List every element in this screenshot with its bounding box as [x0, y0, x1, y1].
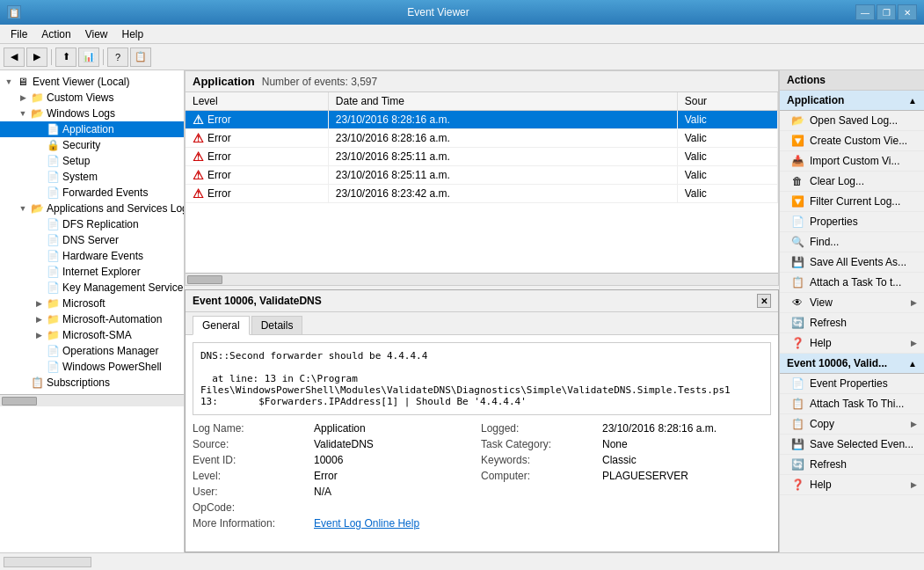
col-level[interactable]: Level — [186, 92, 328, 111]
detail-fields: Log Name: Application Logged: 23/10/2016… — [193, 422, 771, 530]
tree-hardware-events[interactable]: 📄 Hardware Events — [0, 248, 184, 264]
actions-section-event-collapse[interactable]: ▲ — [908, 359, 917, 369]
action-item[interactable]: 🔄Refresh — [780, 313, 924, 333]
action-item[interactable]: 👁View▶ — [780, 293, 924, 313]
tree-dfs[interactable]: 📄 DFS Replication — [0, 216, 184, 232]
action-item-icon: ❓ — [790, 478, 804, 492]
table-row[interactable]: ⚠Error23/10/2016 8:25:11 a.m.Valic — [186, 148, 778, 166]
tree-apps-services[interactable]: ▼ 📂 Applications and Services Logs — [0, 201, 184, 216]
action-item-label: Save Selected Even... — [810, 438, 917, 450]
tree-kms[interactable]: 📄 Key Management Service — [0, 280, 184, 296]
up-button[interactable]: ⬆ — [55, 48, 76, 67]
action-item-icon: 📄 — [790, 215, 804, 229]
action-item[interactable]: 💾Save All Events As... — [780, 252, 924, 273]
action-item[interactable]: 🔽Filter Current Log... — [780, 192, 924, 212]
tree-custom-views[interactable]: ▶ 📁 Custom Views — [0, 90, 184, 106]
table-row[interactable]: ⚠Error23/10/2016 8:23:42 a.m.Valic — [186, 185, 778, 203]
tree-dfs-label: DFS Replication — [62, 218, 139, 230]
system-icon: 📄 — [46, 170, 60, 184]
tree-ms-sma[interactable]: ▶ 📁 Microsoft-SMA — [0, 327, 184, 343]
tree-setup[interactable]: 📄 Setup — [0, 153, 184, 169]
actions-section-event[interactable]: Event 10006, Valid... ▲ — [780, 354, 924, 374]
tree-scrollbar-thumb[interactable] — [2, 397, 37, 406]
menu-help[interactable]: Help — [115, 26, 151, 42]
forward-button[interactable]: ▶ — [26, 48, 47, 67]
action-item-label: View — [810, 296, 906, 309]
action-item[interactable]: 🗑Clear Log... — [780, 172, 924, 192]
table-row[interactable]: ⚠Error23/10/2016 8:25:11 a.m.Valic — [186, 166, 778, 185]
action-item[interactable]: 📂Open Saved Log... — [780, 111, 924, 131]
more-info-link[interactable]: Event Log Online Help — [314, 517, 474, 530]
events-count: Number of events: 3,597 — [262, 76, 377, 88]
action-item[interactable]: 💾Save Selected Even... — [780, 435, 924, 455]
action-item-label: Refresh — [810, 317, 917, 329]
msft-expander: ▶ — [32, 296, 46, 311]
tree-system[interactable]: 📄 System — [0, 169, 184, 185]
tree-powershell[interactable]: 📄 Windows PowerShell — [0, 359, 184, 375]
action-item-icon: 🔄 — [790, 457, 804, 471]
tab-details[interactable]: Details — [251, 316, 303, 334]
menu-action[interactable]: Action — [34, 26, 77, 42]
close-button[interactable]: ✕ — [898, 4, 917, 20]
cell-source: Valic — [677, 185, 777, 203]
menu-view[interactable]: View — [78, 26, 115, 42]
col-source[interactable]: Sour — [677, 92, 777, 111]
tree-ms-automation-label: Microsoft-Automation — [62, 313, 162, 325]
tree-powershell-label: Windows PowerShell — [62, 361, 162, 373]
center-panel: Application Number of events: 3,597 Leve… — [185, 70, 779, 552]
tree-application[interactable]: 📄 Application — [0, 121, 184, 137]
tree-security[interactable]: 🔒 Security — [0, 137, 184, 153]
tree-root-item[interactable]: ▼ 🖥 Event Viewer (Local) — [0, 74, 184, 90]
action-item-icon: 📥 — [790, 154, 804, 168]
tree-subscriptions[interactable]: 📋 Subscriptions — [0, 375, 184, 391]
help-button[interactable]: ? — [107, 48, 128, 67]
tree-ms-automation[interactable]: ▶ 📁 Microsoft-Automation — [0, 311, 184, 327]
tree-scrollbar-h[interactable] — [0, 394, 184, 406]
action-item[interactable]: 📄Event Properties — [780, 374, 924, 394]
events-scrollbar-thumb[interactable] — [187, 275, 222, 284]
status-scroll-thumb[interactable] — [4, 557, 91, 567]
action-item[interactable]: 🔄Refresh — [780, 455, 924, 475]
actions-section-app-collapse[interactable]: ▲ — [908, 96, 917, 106]
tree-ops-manager[interactable]: 📄 Operations Manager — [0, 343, 184, 359]
events-area: Application Number of events: 3,597 Leve… — [185, 70, 779, 286]
menu-file[interactable]: File — [4, 26, 34, 42]
actions-section-app-label: Application — [787, 94, 844, 106]
tree-panel[interactable]: ▼ 🖥 Event Viewer (Local) ▶ 📁 Custom View… — [0, 70, 185, 552]
action-item-icon: 🔽 — [790, 134, 804, 148]
tree-dns-server[interactable]: 📄 DNS Server — [0, 232, 184, 248]
events-scrollbar-h[interactable] — [186, 273, 778, 285]
minimize-button[interactable]: — — [855, 4, 875, 20]
action-item[interactable]: 📥Import Custom Vi... — [780, 151, 924, 172]
action-item[interactable]: 📋Attach a Task To t... — [780, 273, 924, 293]
action-item[interactable]: ❓Help▶ — [780, 333, 924, 354]
table-row[interactable]: ⚠Error23/10/2016 8:28:16 a.m.Valic — [186, 129, 778, 148]
table-row[interactable]: ⚠Error23/10/2016 8:28:16 a.m.Valic — [186, 111, 778, 129]
action-item-arrow: ▶ — [911, 339, 917, 347]
show-console-button[interactable]: 📊 — [78, 48, 99, 67]
action-item-icon: 📄 — [790, 376, 804, 391]
actions-section-application[interactable]: Application ▲ — [780, 91, 924, 111]
restore-button[interactable]: ❐ — [877, 4, 896, 20]
action-item[interactable]: 📋Attach Task To Thi... — [780, 394, 924, 414]
detail-close-button[interactable]: ✕ — [757, 294, 771, 308]
action-item[interactable]: ❓Help▶ — [780, 475, 924, 495]
tab-general[interactable]: General — [193, 316, 250, 335]
action-item[interactable]: 🔍Find... — [780, 232, 924, 252]
action-item[interactable]: 📋Copy▶ — [780, 414, 924, 435]
hw-expander — [32, 249, 46, 263]
action-item[interactable]: 📄Properties — [780, 212, 924, 232]
back-button[interactable]: ◀ — [4, 48, 25, 67]
custom-views-button[interactable]: 📋 — [130, 48, 151, 67]
tree-microsoft[interactable]: ▶ 📁 Microsoft — [0, 296, 184, 311]
status-scroll[interactable] — [4, 557, 162, 567]
tree-forwarded-events[interactable]: 📄 Forwarded Events — [0, 185, 184, 201]
action-item[interactable]: 🔽Create Custom Vie... — [780, 131, 924, 151]
task-cat-value: None — [602, 438, 771, 450]
tree-windows-logs[interactable]: ▼ 📂 Windows Logs — [0, 106, 184, 121]
action-item-label: Properties — [810, 216, 917, 228]
tree-ops-manager-label: Operations Manager — [62, 345, 158, 357]
events-table-scroll[interactable]: Level Date and Time Sour ⚠Error23/10/201… — [186, 92, 778, 273]
tree-ie[interactable]: 📄 Internet Explorer — [0, 264, 184, 280]
col-datetime[interactable]: Date and Time — [328, 92, 677, 111]
